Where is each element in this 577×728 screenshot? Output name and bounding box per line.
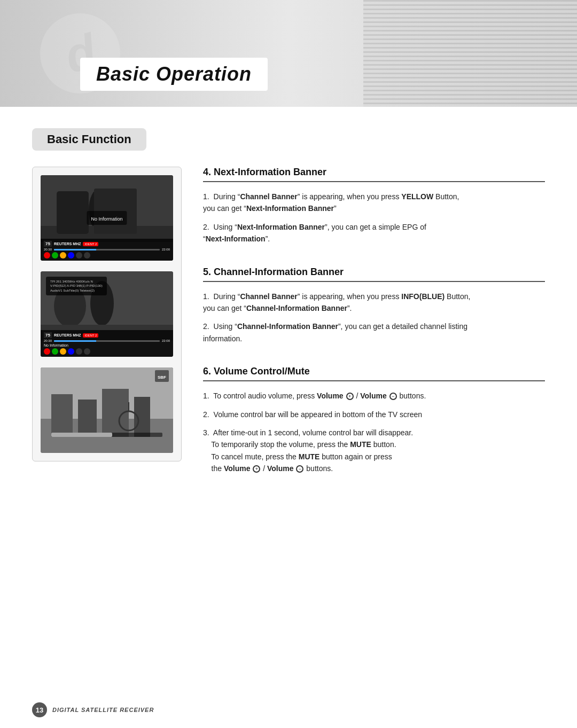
screen2-channel-name: REUTERS MHZ — [54, 333, 81, 337]
screen1-progress-row: 20:30 22:00 — [44, 248, 170, 251]
screen1-overlay: 75 REUTERS MHZ IDENT 2 20:30 22:00 — [41, 239, 173, 261]
screen2-btn-gray1 — [76, 348, 82, 355]
btn-red — [44, 252, 50, 259]
section5-heading: 5. Channel-Information Banner — [203, 267, 545, 282]
screen1-time-start: 20:30 — [44, 248, 52, 251]
section5-item1: 1. During “Channel Banner” is appearing,… — [203, 291, 545, 315]
footer-label-text: DIGITAL SATELLITE RECEIVER — [52, 707, 154, 713]
section5-item2: 2. Using “Channel-Information Banner”, y… — [203, 320, 545, 345]
screen2-btn-green — [52, 348, 58, 355]
screen2-inner: TPI 261 34059Hz 4000Ku/s N V-PID(512) A-… — [41, 271, 173, 357]
section6-item3: 3. After time-out in 1 second, volume co… — [203, 427, 545, 475]
section6-item3-bold2: Volume — [267, 464, 294, 473]
footer: 13 DIGITAL SATELLITE RECEIVER — [32, 702, 154, 717]
section6-item2-num: 2. — [203, 410, 209, 419]
screen2-badge: IDENT 2 — [83, 333, 98, 338]
no-info-box: No Information — [87, 211, 127, 225]
section4-item2-bold1: Next-Information Banner — [237, 223, 325, 231]
section6-item1: 1. To control audio volume, press Volume… — [203, 390, 545, 402]
screen2-detail-box: TPI 261 34059Hz 4000Ku/s N V-PID(512) A-… — [46, 277, 107, 295]
header-banner: d Basic Operation — [0, 0, 577, 107]
section4-item1-bold2: YELLOW — [401, 192, 433, 201]
screen2-channel-bar: 75 REUTERS MHZ IDENT 2 — [44, 332, 170, 338]
screen3-scene — [41, 367, 173, 453]
vol-plus-icon: + — [346, 393, 354, 400]
section5-item1-num: 1. — [203, 292, 209, 301]
screen2-buttons — [44, 348, 170, 355]
section6-item1-num: 1. — [203, 392, 209, 400]
screen1-inner: No Information 75 REUTERS MHZ IDENT 2 20… — [41, 175, 173, 261]
screen1-channel-num: 75 — [44, 241, 52, 247]
screen2-time-end: 22:00 — [162, 339, 170, 342]
btn-gray2 — [84, 252, 90, 259]
section-title-box: Basic Function — [32, 128, 146, 151]
screen2-progress-bar — [54, 340, 160, 342]
svg-rect-14 — [78, 400, 97, 437]
header-stripes — [363, 0, 577, 107]
section6-list: 1. To control audio volume, press Volume… — [203, 390, 545, 474]
screen2-btn-gray2 — [84, 348, 90, 355]
section4-item1-bold3: Next-Information Banner — [246, 204, 334, 213]
section5-item1-bold1: Channel Banner — [240, 292, 297, 301]
screen2-channel-num: 75 — [44, 332, 52, 338]
screen1-channel-name: REUTERS MHZ — [54, 242, 81, 246]
section6-item3-num: 3. — [203, 428, 209, 437]
screen2-progress-fill — [54, 340, 96, 342]
section4-list: 1. During “Channel Banner” is appearing,… — [203, 191, 545, 245]
vol-minus-icon: − — [389, 393, 397, 400]
page-number: 13 — [32, 702, 47, 717]
screen2-detail-line2: V-PID(512) A-PID 348(1) P-PID(130) — [50, 284, 103, 288]
no-info-text: No Information — [91, 216, 122, 222]
screenshots-column: No Information 75 REUTERS MHZ IDENT 2 20… — [32, 167, 182, 461]
screen2-progress-row: 20:30 22:00 — [44, 339, 170, 342]
main-content: Basic Function — [0, 107, 577, 502]
screen2-overlay: 75 REUTERS MHZ IDENT 2 20:30 22:00 — [41, 330, 173, 357]
svg-rect-13 — [51, 394, 73, 437]
section4-item1-num: 1. — [203, 192, 209, 201]
instructions-column: 4. Next-Information Banner 1. During “Ch… — [203, 167, 545, 481]
screen2-detail-line3: AudioV1 SubTitle(0) Teletext(2) — [50, 288, 103, 293]
screen3-inner: SBF — [41, 367, 173, 453]
btn-gray1 — [76, 252, 82, 259]
screen2-time-start: 20:30 — [44, 339, 52, 342]
screenshot-1: No Information 75 REUTERS MHZ IDENT 2 20… — [41, 175, 173, 261]
screen1-time-end: 22:00 — [162, 248, 170, 251]
screen2-btn-blue — [68, 348, 74, 355]
screenshot-3: SBF — [41, 367, 173, 453]
screen3-label-box: SBF — [155, 370, 169, 382]
screen1-progress-fill — [54, 249, 96, 251]
volume-fill — [51, 433, 112, 437]
section4-heading: 4. Next-Information Banner — [203, 167, 545, 182]
volume-bar — [51, 433, 162, 437]
header-title-box: Basic Operation — [80, 58, 268, 91]
vol-plus-icon-2: + — [253, 465, 260, 473]
header-title: Basic Operation — [96, 63, 252, 85]
screen2-info-row: No Information — [44, 343, 170, 347]
section-title: Basic Function — [47, 132, 131, 146]
section6-item3-bold1: Volume — [224, 464, 251, 473]
section6-item1-bold2: Volume — [360, 392, 387, 400]
screen1-badge: IDENT 2 — [83, 242, 98, 246]
screen2-btn-yellow — [60, 348, 66, 355]
section4-item1-bold1: Channel Banner — [240, 192, 297, 201]
section5-list: 1. During “Channel Banner” is appearing,… — [203, 291, 545, 345]
section4-item2: 2. Using “Next-Information Banner”, you … — [203, 221, 545, 245]
section6-item1-bold1: Volume — [317, 392, 344, 400]
screenshot-2: TPI 261 34059Hz 4000Ku/s N V-PID(512) A-… — [41, 271, 173, 357]
screen1-progress-bar — [54, 249, 160, 251]
screen2-no-info: No Information — [44, 343, 68, 347]
section6-item3-mute1: MUTE — [350, 440, 371, 449]
section4-item1: 1. During “Channel Banner” is appearing,… — [203, 191, 545, 215]
svg-rect-16 — [134, 397, 150, 437]
screen2-detail-line1: TPI 261 34059Hz 4000Ku/s N — [50, 279, 103, 284]
section4-item2-bold2: Next-Information — [206, 234, 266, 243]
vol-minus-icon-2: − — [296, 465, 303, 473]
section4-item2-num: 2. — [203, 223, 209, 231]
btn-blue — [68, 252, 74, 259]
logo-area: d — [32, 0, 128, 107]
screen2-btn-red — [44, 348, 50, 355]
section6-item3-mute2: MUTE — [299, 452, 320, 461]
screen3-label: SBF — [158, 375, 166, 380]
section5-item1-bold2: INFO(BLUE) — [401, 292, 445, 301]
svg-rect-4 — [57, 191, 89, 234]
